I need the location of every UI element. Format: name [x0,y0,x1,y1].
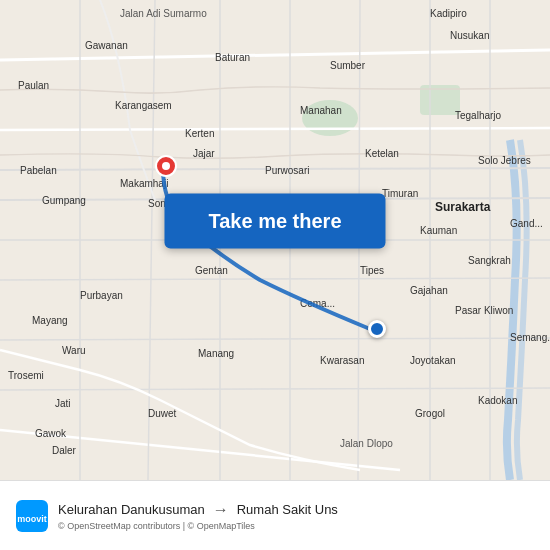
map-attribution: © OpenStreetMap contributors | © OpenMap… [58,521,534,531]
destination-marker [368,320,386,338]
take-me-there-button[interactable]: Take me there [164,193,385,248]
route-info-bar: Kelurahan Danukusuman → Rumah Sakit Uns … [48,501,534,531]
route-arrow-icon: → [213,501,229,519]
svg-text:moovit: moovit [17,514,47,524]
svg-point-1 [302,100,358,136]
map-view: Jalan Adi SumarmoKadipiroNusukanGawananB… [0,0,550,480]
origin-marker [155,155,177,177]
svg-point-20 [162,162,170,170]
destination-label: Rumah Sakit Uns [237,502,338,517]
moovit-logo: moovit [16,500,48,532]
origin-label: Kelurahan Danukusuman [58,502,205,517]
bottom-bar: moovit Kelurahan Danukusuman → Rumah Sak… [0,480,550,550]
